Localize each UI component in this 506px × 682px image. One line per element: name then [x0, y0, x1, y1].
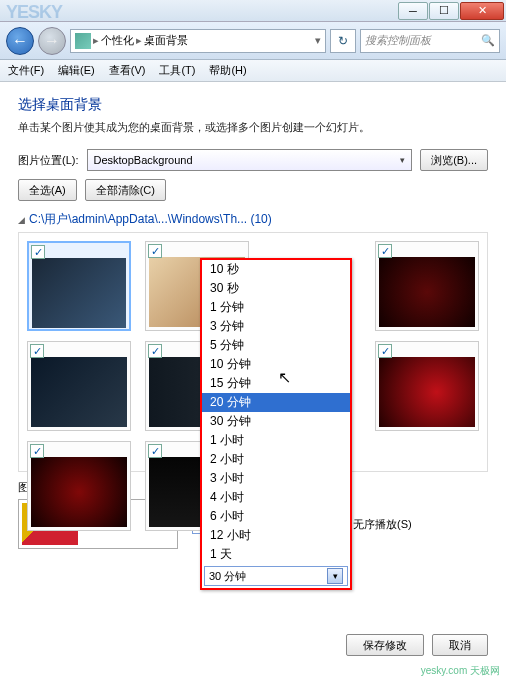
- thumbnail-checkbox[interactable]: ✓: [148, 244, 162, 258]
- dropdown-option[interactable]: 30 分钟: [202, 412, 350, 431]
- menu-view[interactable]: 查看(V): [109, 63, 146, 78]
- dropdown-option[interactable]: 30 秒: [202, 279, 350, 298]
- expand-icon: ◢: [18, 215, 25, 225]
- breadcrumb-item[interactable]: 桌面背景: [144, 33, 188, 48]
- thumbnail-image: [379, 357, 475, 427]
- page-title: 选择桌面背景: [18, 96, 488, 114]
- dropdown-option[interactable]: 12 小时: [202, 526, 350, 545]
- location-value: DesktopBackground: [94, 154, 193, 166]
- search-icon: 🔍: [481, 34, 495, 47]
- dropdown-option[interactable]: 1 分钟: [202, 298, 350, 317]
- thumbnail-image: [32, 258, 126, 328]
- menu-bar: 文件(F) 编辑(E) 查看(V) 工具(T) 帮助(H): [0, 60, 506, 82]
- dropdown-option[interactable]: 5 分钟: [202, 336, 350, 355]
- dropdown-option[interactable]: 1 小时: [202, 431, 350, 450]
- thumbnail-image: [31, 457, 127, 527]
- thumbnail-image: [379, 257, 475, 327]
- breadcrumb-dropdown-icon[interactable]: ▾: [315, 34, 321, 47]
- dropdown-option[interactable]: 1 天: [202, 545, 350, 564]
- select-all-button[interactable]: 全选(A): [18, 179, 77, 201]
- breadcrumb-sep-icon: ▸: [136, 34, 142, 47]
- menu-file[interactable]: 文件(F): [8, 63, 44, 78]
- chevron-down-icon: ▾: [400, 155, 405, 165]
- location-combo[interactable]: DesktopBackground ▾: [87, 149, 413, 171]
- forward-button[interactable]: →: [38, 27, 66, 55]
- clear-all-button[interactable]: 全部清除(C): [85, 179, 166, 201]
- thumbnail-checkbox[interactable]: ✓: [30, 344, 44, 358]
- thumbnail-checkbox[interactable]: ✓: [378, 344, 392, 358]
- dropdown-current[interactable]: 30 分钟▾: [204, 566, 348, 586]
- menu-edit[interactable]: 编辑(E): [58, 63, 95, 78]
- interval-dropdown[interactable]: 10 秒30 秒1 分钟3 分钟5 分钟10 分钟15 分钟20 分钟30 分钟…: [200, 258, 352, 590]
- dropdown-option[interactable]: 15 分钟: [202, 374, 350, 393]
- search-placeholder: 搜索控制面板: [365, 33, 431, 48]
- menu-help[interactable]: 帮助(H): [209, 63, 246, 78]
- dropdown-option[interactable]: 10 分钟: [202, 355, 350, 374]
- thumbnail-checkbox[interactable]: ✓: [148, 344, 162, 358]
- back-button[interactable]: ←: [6, 27, 34, 55]
- folder-path: C:\用户\admin\AppData\...\Windows\Th... (1…: [29, 211, 272, 228]
- watermark-logo-top: YESKY: [6, 2, 62, 23]
- thumbnail-item[interactable]: ✓: [27, 441, 131, 531]
- search-input[interactable]: 搜索控制面板 🔍: [360, 29, 500, 53]
- thumbnail-image: [31, 357, 127, 427]
- breadcrumb[interactable]: ▸ 个性化 ▸ 桌面背景 ▾: [70, 29, 326, 53]
- breadcrumb-sep-icon: ▸: [93, 34, 99, 47]
- thumbnail-checkbox[interactable]: ✓: [378, 244, 392, 258]
- watermark-text: yesky.com 天极网: [421, 664, 500, 678]
- dropdown-option[interactable]: 4 小时: [202, 488, 350, 507]
- breadcrumb-item[interactable]: 个性化: [101, 33, 134, 48]
- thumbnail-item[interactable]: ✓: [27, 341, 131, 431]
- menu-tools[interactable]: 工具(T): [159, 63, 195, 78]
- dropdown-option[interactable]: 3 小时: [202, 469, 350, 488]
- thumbnail-item[interactable]: ✓: [27, 241, 131, 331]
- dropdown-option[interactable]: 10 秒: [202, 260, 350, 279]
- location-icon: [75, 33, 91, 49]
- minimize-button[interactable]: ─: [398, 2, 428, 20]
- dropdown-option[interactable]: 2 小时: [202, 450, 350, 469]
- save-button[interactable]: 保存修改: [346, 634, 424, 656]
- dropdown-option[interactable]: 3 分钟: [202, 317, 350, 336]
- browse-button[interactable]: 浏览(B)...: [420, 149, 488, 171]
- location-label: 图片位置(L):: [18, 153, 79, 168]
- nav-bar: ← → ▸ 个性化 ▸ 桌面背景 ▾ ↻ 搜索控制面板 🔍: [0, 22, 506, 60]
- dropdown-option[interactable]: 6 小时: [202, 507, 350, 526]
- thumbnail-checkbox[interactable]: ✓: [30, 444, 44, 458]
- watermark: yesky.com 天极网: [421, 664, 500, 678]
- footer-buttons: 保存修改 取消: [346, 634, 488, 656]
- thumbnail-item[interactable]: ✓: [375, 241, 479, 331]
- thumbnail-checkbox[interactable]: ✓: [148, 444, 162, 458]
- maximize-button[interactable]: ☐: [429, 2, 459, 20]
- refresh-button[interactable]: ↻: [330, 29, 356, 53]
- cancel-button[interactable]: 取消: [432, 634, 488, 656]
- folder-header[interactable]: ◢ C:\用户\admin\AppData\...\Windows\Th... …: [18, 211, 488, 228]
- page-description: 单击某个图片使其成为您的桌面背景，或选择多个图片创建一个幻灯片。: [18, 120, 488, 135]
- window-titlebar: ─ ☐ ✕: [0, 0, 506, 22]
- dropdown-option[interactable]: 20 分钟: [202, 393, 350, 412]
- close-button[interactable]: ✕: [460, 2, 504, 20]
- thumbnail-item[interactable]: ✓: [375, 341, 479, 431]
- thumbnail-checkbox[interactable]: ✓: [31, 245, 45, 259]
